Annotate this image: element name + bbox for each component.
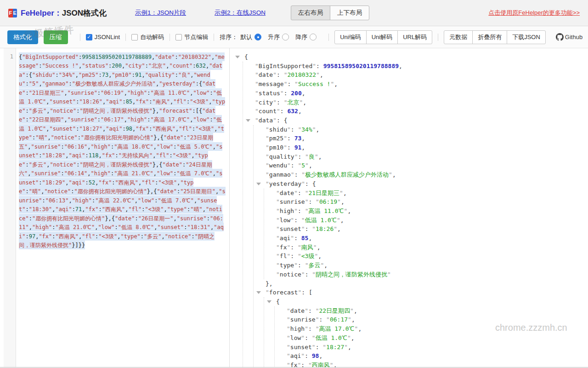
page-title: JSON格式化 xyxy=(62,8,107,18)
github-label: Github xyxy=(565,34,582,40)
node-edit-label: 节点编辑 xyxy=(184,33,208,41)
json-tree-row: "fl": "<3级", xyxy=(264,252,588,261)
json-tree-row: "type": "多云", xyxy=(264,261,588,270)
collapse-arrow-icon[interactable] xyxy=(235,56,240,58)
logo-letter-f: F xyxy=(8,9,13,17)
main-content: 1 {"BigIntSupported":9958158950201197888… xyxy=(0,48,588,368)
sort-default-label: 默认 xyxy=(240,33,252,41)
github-link[interactable]: Github xyxy=(556,33,582,41)
sort-desc-label: 降序 xyxy=(295,33,307,41)
json-tree-row: "quality": "良", xyxy=(254,152,588,161)
sort-asc-radio[interactable]: 升序 xyxy=(268,33,289,41)
json-tree-row: "ganmao": "极少数敏感人群应减少户外活动", xyxy=(254,170,588,179)
json-tree-row: "notice": "阴晴之间，谨防紫外线侵扰" xyxy=(264,270,588,279)
json-tree-row: }, xyxy=(254,279,588,288)
sort-label: 排序： xyxy=(220,33,237,41)
json-tree-row: "data": { xyxy=(243,116,588,125)
json-tree-row: "date": "20180322", xyxy=(243,70,588,80)
unicode-button-group: Uni编码 Uni解码 URL解码 xyxy=(334,30,432,44)
download-json-button[interactable]: 下载JSON xyxy=(507,30,546,44)
github-icon xyxy=(556,33,564,41)
brand-name: FeHelper： xyxy=(21,8,62,18)
jsonlint-label: JSONLint xyxy=(95,34,120,40)
json-tree-row: { xyxy=(232,52,588,62)
toolbar: 格式化 压缩 JSONLint 自动解码 节点编辑 排序： 默认 升序 降序 xyxy=(0,26,588,48)
example1-link[interactable]: 示例1：JSON片段 xyxy=(135,9,186,17)
compress-button[interactable]: 压缩 xyxy=(44,30,68,44)
raw-json-text[interactable]: {"BigIntSupported":995815895020119788889… xyxy=(19,52,226,250)
collapse-all-button[interactable]: 折叠所有 xyxy=(472,30,507,44)
collapse-arrow-icon[interactable] xyxy=(246,119,250,122)
layout-toggle-group: 左右布局 上下布局 xyxy=(291,6,369,20)
radio-icon[interactable] xyxy=(310,34,317,40)
json-tree-row: "date": "22日星期四", xyxy=(275,306,588,316)
fehelper-logo-icon: F E xyxy=(8,9,17,17)
sort-desc-radio[interactable]: 降序 xyxy=(295,33,317,41)
example2-link[interactable]: 示例2：在线JSON xyxy=(215,9,266,17)
json-tree-row: "count": 632, xyxy=(243,107,588,116)
json-tree-row: "sunrise": "06:17", xyxy=(275,315,588,324)
json-tree-row: "message": "Success !", xyxy=(243,80,588,89)
separator xyxy=(125,34,126,41)
app-header: F E FeHelper： JSON格式化 示例1：JSON片段 示例2：在线J… xyxy=(0,0,588,26)
radio-checked-icon[interactable] xyxy=(254,34,261,40)
json-tree-row: "BigIntSupported": 995815895020119788889… xyxy=(243,62,588,71)
json-tree-row: "pm25": 73, xyxy=(254,134,588,143)
layout-vertical-button[interactable]: 上下布局 xyxy=(330,6,369,20)
json-tree-row: "shidu": "34%", xyxy=(254,125,588,134)
json-tree-row: "wendu": "5", xyxy=(254,161,588,170)
json-tree-row: "pm10": 91, xyxy=(254,143,588,152)
json-tree-row: "date": "21日星期三", xyxy=(264,189,588,198)
json-tree-row: "city": "北京", xyxy=(243,98,588,107)
json-tree-row: "aqi": 85, xyxy=(264,234,588,243)
json-tree-row: "sunset": "18:27", xyxy=(275,343,588,352)
auto-decode-label: 自动解码 xyxy=(140,33,164,41)
json-tree-row: "forecast": [ xyxy=(254,288,588,297)
separator xyxy=(328,34,329,41)
metadata-button[interactable]: 元数据 xyxy=(444,30,473,44)
separator xyxy=(438,34,438,41)
checkbox-icon[interactable] xyxy=(131,34,138,40)
separator xyxy=(214,34,214,41)
json-tree-row: "fx": "南风", xyxy=(264,243,588,252)
json-tree-row: { xyxy=(264,297,588,306)
line-number-gutter: 1 xyxy=(4,48,16,367)
uni-encode-button[interactable]: Uni编码 xyxy=(334,30,367,44)
sort-asc-label: 升序 xyxy=(268,33,280,41)
checkbox-checked-icon[interactable] xyxy=(86,34,92,40)
layout-horizontal-button[interactable]: 左右布局 xyxy=(291,6,330,20)
more-features-link[interactable]: 点击使用原FeHelper的更多功能>> xyxy=(488,9,580,17)
formatted-json-tree: {"BigIntSupported": 99581589502011978888… xyxy=(230,48,588,367)
jsonlint-checkbox[interactable]: JSONLint xyxy=(86,34,120,40)
collapse-arrow-icon[interactable] xyxy=(256,291,261,294)
collapse-arrow-icon[interactable] xyxy=(267,300,271,303)
json-tree-row: "sunset": "18:26", xyxy=(264,224,588,234)
json-tree-row: "fx": "西南风", xyxy=(275,361,588,367)
url-decode-button[interactable]: URL解码 xyxy=(397,30,432,44)
format-button[interactable]: 格式化 xyxy=(7,30,38,44)
checkbox-icon[interactable] xyxy=(175,34,182,40)
raw-json-editor: 1 {"BigIntSupported":9958158950201197888… xyxy=(0,48,230,367)
json-tree-row: "high": "高温 11.0℃", xyxy=(264,207,588,216)
json-tree-row: "sunrise": "06:19", xyxy=(264,197,588,207)
collapse-arrow-icon[interactable] xyxy=(256,183,261,185)
separator xyxy=(80,34,80,41)
logo-letter-e: E xyxy=(13,9,17,17)
separator xyxy=(170,34,170,41)
json-tree-row: "high": "高温 17.0℃", xyxy=(275,324,588,334)
line-number: 1 xyxy=(4,48,16,62)
node-edit-checkbox[interactable]: 节点编辑 xyxy=(175,33,208,41)
json-tree-row: "low": "低温 1.0℃", xyxy=(264,216,588,225)
json-tree-row: "status": 200, xyxy=(243,89,588,98)
json-tree-row: "low": "低温 1.0℃", xyxy=(275,334,588,343)
json-tree-row: "yesterday": { xyxy=(254,179,588,189)
tools-button-group: 元数据 折叠所有 下载JSON xyxy=(444,30,546,44)
auto-decode-checkbox[interactable]: 自动解码 xyxy=(131,33,164,41)
uni-decode-button[interactable]: Uni解码 xyxy=(366,30,398,44)
radio-icon[interactable] xyxy=(282,34,289,40)
fehelper-json-page: F E FeHelper： JSON格式化 示例1：JSON片段 示例2：在线J… xyxy=(0,0,588,368)
json-tree-row: "aqi": 98, xyxy=(275,351,588,361)
sort-default-radio[interactable]: 默认 xyxy=(240,33,261,41)
